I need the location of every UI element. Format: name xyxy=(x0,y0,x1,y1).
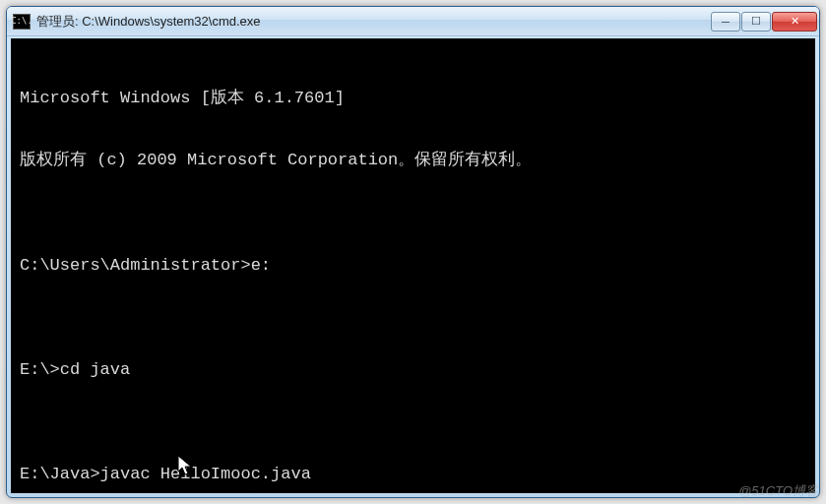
window-buttons: ─ ☐ ✕ xyxy=(711,12,817,32)
titlebar[interactable]: C:\. 管理员: C:\Windows\system32\cmd.exe ─ … xyxy=(7,7,819,36)
maximize-icon: ☐ xyxy=(751,15,761,28)
minimize-icon: ─ xyxy=(722,16,730,28)
cmd-window: C:\. 管理员: C:\Windows\system32\cmd.exe ─ … xyxy=(6,6,820,498)
window-title: 管理员: C:\Windows\system32\cmd.exe xyxy=(36,13,711,31)
terminal-line: 版权所有 (c) 2009 Microsoft Corporation。保留所有… xyxy=(20,150,806,170)
terminal-line: C:\Users\Administrator>e: xyxy=(20,255,806,276)
close-button[interactable]: ✕ xyxy=(772,12,817,32)
minimize-button[interactable]: ─ xyxy=(711,12,740,32)
cmd-icon: C:\. xyxy=(13,14,31,30)
terminal-area[interactable]: Microsoft Windows [版本 6.1.7601] 版权所有 (c)… xyxy=(11,38,815,493)
terminal-line: Microsoft Windows [版本 6.1.7601] xyxy=(20,88,806,108)
terminal-line: E:\>cd java xyxy=(20,359,806,380)
close-icon: ✕ xyxy=(791,15,799,28)
terminal-line: E:\Java>javac HelloImooc.java xyxy=(20,464,806,484)
maximize-button[interactable]: ☐ xyxy=(741,12,771,32)
cmd-icon-text: C:\. xyxy=(11,17,32,26)
